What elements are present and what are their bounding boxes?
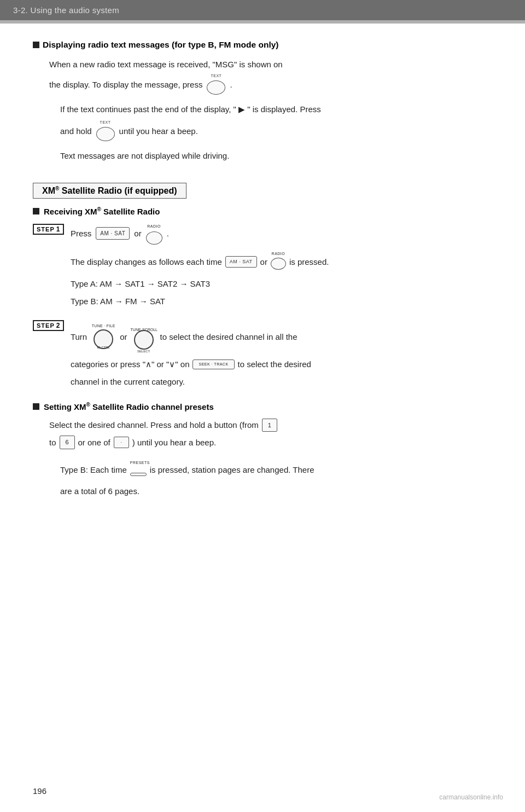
xm-section-box: XM® Satellite Radio (if equipped) (33, 183, 186, 199)
main-content: Displaying radio text messages (for type… (0, 24, 525, 523)
text-button-icon: TEXT (207, 80, 225, 95)
bullet-icon (33, 42, 39, 48)
step2-badge: STEP2 (33, 320, 64, 331)
page-header: 3-2. Using the audio system (0, 0, 525, 20)
receiving-xm-section: Receiving XM® Satellite Radio STEP1 Pres… (33, 206, 492, 392)
tune-file-knob-icon: TUNE · FILE IO CTRL (90, 323, 116, 350)
step2-row: STEP2 Turn TUNE · FILE IO CTRL or TUNE-S… (33, 319, 492, 392)
preset-6-button-icon: 6 (60, 436, 75, 449)
radio-text-title: Displaying radio text messages (for type… (33, 40, 492, 50)
receiving-xm-title: Receiving XM® Satellite Radio (33, 206, 492, 216)
radio-text-section: Displaying radio text messages (for type… (33, 40, 492, 163)
radio-text-body2: the display. To display the message, pre… (49, 75, 492, 95)
type-b-note: Type B: Each time PRESETS is pressed, st… (60, 459, 492, 481)
xm-box-title: XM® Satellite Radio (if equipped) (42, 186, 177, 195)
radio-text-body4: and hold TEXT until you hear a beep. (60, 121, 492, 141)
bullet-icon-2 (33, 208, 39, 214)
presets-button-icon (130, 473, 147, 476)
watermark: carmanualsonline.info (439, 793, 503, 801)
type-b: Type B: AM → FM → SAT (71, 294, 492, 309)
radio-text-body6: Text messages are not displayed while dr… (60, 149, 492, 163)
setting-body1: Select the desired channel. Press and ho… (49, 418, 492, 432)
radio-label-top: RADIO (146, 223, 162, 230)
header-label: 3-2. Using the audio system (13, 5, 119, 15)
page-number: 196 (33, 786, 46, 796)
seek-track-button-icon: SEEK · TRACK (192, 359, 234, 369)
setting-xm-title: Setting XM® Satellite Radio channel pres… (33, 402, 492, 411)
step1-badge: STEP1 (33, 224, 64, 235)
type-b-note2: are a total of 6 pages. (60, 484, 492, 498)
step1-row: STEP1 Press AM · SAT or RADIO . (33, 223, 492, 312)
radio-text-body3: If the text continues past the end of th… (60, 102, 492, 117)
preset-1-button-icon: 1 (262, 419, 277, 432)
radio-button-icon (146, 231, 162, 245)
setting-body2: to 6 or one of · ) until you hear a beep… (49, 436, 492, 450)
preset-dot-button-icon: · (114, 437, 129, 448)
bullet-icon-3 (33, 403, 39, 410)
am-sat-button-icon: AM · SAT (96, 227, 130, 240)
am-sat-button-icon-2: AM · SAT (225, 256, 257, 268)
radio-button-icon-2 (271, 258, 286, 270)
radio-text-body1: When a new radio text message is receive… (49, 57, 492, 72)
text-button-hold-icon: TEXT (96, 127, 115, 141)
setting-xm-section: Setting XM® Satellite Radio channel pres… (33, 402, 492, 498)
step2-content: Turn TUNE · FILE IO CTRL or TUNE-SCROLL … (71, 319, 492, 392)
step1-content: Press AM · SAT or RADIO . The display ch… (71, 223, 492, 312)
tune-scroll-knob-icon: TUNE-SCROLL SELECT (131, 327, 157, 354)
type-a: Type A: AM → SAT1 → SAT2 → SAT3 (71, 277, 492, 291)
